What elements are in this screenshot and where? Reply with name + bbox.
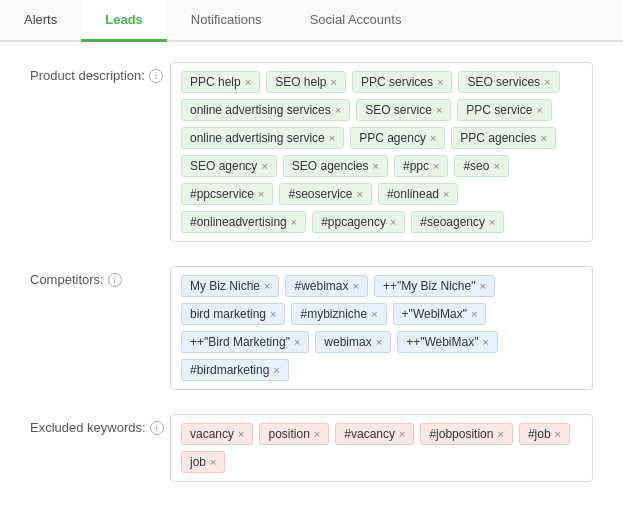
tag-label: SEO services [467, 75, 540, 89]
tag-label: SEO agency [190, 159, 257, 173]
tag-label: #ppc [403, 159, 429, 173]
tag-label: #vacancy [344, 427, 395, 441]
tag: ++"Bird Marketing"× [181, 331, 309, 353]
tags-box-product-description: PPC help×SEO help×PPC services×SEO servi… [170, 62, 593, 242]
tag-remove-button[interactable]: × [482, 337, 488, 348]
tag-label: job [190, 455, 206, 469]
tab-social-accounts[interactable]: Social Accounts [286, 0, 426, 42]
tag-remove-button[interactable]: × [329, 133, 335, 144]
tag: #seoagency× [411, 211, 504, 233]
tags-box-competitors: My Biz Niche×#webimax×++"My Biz Niche"×b… [170, 266, 593, 390]
tag-remove-button[interactable]: × [430, 133, 436, 144]
tag-remove-button[interactable]: × [479, 281, 485, 292]
tag-remove-button[interactable]: × [497, 429, 503, 440]
tag: #seoservice× [279, 183, 371, 205]
tag-remove-button[interactable]: × [357, 189, 363, 200]
tag-label: #ppcagency [321, 215, 386, 229]
tag-label: vacancy [190, 427, 234, 441]
tag-label: #mybizniche [300, 307, 367, 321]
tag-remove-button[interactable]: × [399, 429, 405, 440]
tag-label: PPC service [466, 103, 532, 117]
tag-remove-button[interactable]: × [436, 105, 442, 116]
tag-remove-button[interactable]: × [489, 217, 495, 228]
tag: SEO services× [458, 71, 559, 93]
tag-label: SEO service [365, 103, 432, 117]
tag-remove-button[interactable]: × [373, 161, 379, 172]
tag: vacancy× [181, 423, 253, 445]
tag-label: SEO agencies [292, 159, 369, 173]
tag-remove-button[interactable]: × [376, 337, 382, 348]
tag: online advertising services× [181, 99, 350, 121]
tag: PPC agencies× [451, 127, 555, 149]
tag-remove-button[interactable]: × [210, 457, 216, 468]
content-area: Product description:iPPC help×SEO help×P… [0, 42, 623, 521]
section-label-competitors: Competitors:i [30, 266, 170, 287]
tag-remove-button[interactable]: × [471, 309, 477, 320]
tag-remove-button[interactable]: × [264, 281, 270, 292]
tag: ++"My Biz Niche"× [374, 275, 495, 297]
tag-remove-button[interactable]: × [433, 161, 439, 172]
tag-label: ++"WebiMax" [406, 335, 478, 349]
tag-label: position [268, 427, 309, 441]
tag: job× [181, 451, 225, 473]
tag-label: PPC agency [359, 131, 426, 145]
tag-label: bird marketing [190, 307, 266, 321]
tag: #birdmarketing× [181, 359, 289, 381]
tag-remove-button[interactable]: × [443, 189, 449, 200]
tag: #vacancy× [335, 423, 414, 445]
info-icon-excluded-keywords[interactable]: i [150, 421, 164, 435]
tag-label: PPC help [190, 75, 241, 89]
tag-remove-button[interactable]: × [294, 337, 300, 348]
tag: bird marketing× [181, 303, 285, 325]
tag: #mybizniche× [291, 303, 386, 325]
tab-notifications[interactable]: Notifications [167, 0, 286, 42]
tag: My Biz Niche× [181, 275, 279, 297]
tag-remove-button[interactable]: × [555, 429, 561, 440]
tag-remove-button[interactable]: × [540, 133, 546, 144]
tag-remove-button[interactable]: × [544, 77, 550, 88]
tag-label: online advertising service [190, 131, 325, 145]
tag-remove-button[interactable]: × [273, 365, 279, 376]
tag: #onlineadvertising× [181, 211, 306, 233]
tag-label: #birdmarketing [190, 363, 269, 377]
section-label-excluded-keywords: Excluded keywords:i [30, 414, 170, 435]
tag: SEO help× [266, 71, 346, 93]
tag-label: webimax [324, 335, 371, 349]
tag-remove-button[interactable]: × [437, 77, 443, 88]
tag: PPC help× [181, 71, 260, 93]
tag-remove-button[interactable]: × [352, 281, 358, 292]
tab-leads[interactable]: Leads [81, 0, 167, 42]
tag-remove-button[interactable]: × [238, 429, 244, 440]
tag-remove-button[interactable]: × [335, 105, 341, 116]
tag-remove-button[interactable]: × [258, 189, 264, 200]
section-excluded-keywords: Excluded keywords:ivacancy×position×#vac… [30, 414, 593, 482]
tag-remove-button[interactable]: × [390, 217, 396, 228]
info-icon-competitors[interactable]: i [108, 273, 122, 287]
tag: webimax× [315, 331, 391, 353]
tag-label: #seo [463, 159, 489, 173]
tag-remove-button[interactable]: × [245, 77, 251, 88]
tag-remove-button[interactable]: × [261, 161, 267, 172]
info-icon-product-description[interactable]: i [149, 69, 163, 83]
tag-label: #job [528, 427, 551, 441]
tag: position× [259, 423, 329, 445]
tag-label: PPC agencies [460, 131, 536, 145]
tag: SEO service× [356, 99, 451, 121]
tag-remove-button[interactable]: × [291, 217, 297, 228]
tag-remove-button[interactable]: × [493, 161, 499, 172]
tag: #jobposition× [420, 423, 513, 445]
tag: PPC service× [457, 99, 551, 121]
tag-label: #onlinead [387, 187, 439, 201]
tag-remove-button[interactable]: × [331, 77, 337, 88]
tag-label: online advertising services [190, 103, 331, 117]
tag-remove-button[interactable]: × [270, 309, 276, 320]
tab-alerts[interactable]: Alerts [0, 0, 81, 42]
tag-label: SEO help [275, 75, 326, 89]
tag-remove-button[interactable]: × [371, 309, 377, 320]
tag-remove-button[interactable]: × [536, 105, 542, 116]
tag-label: #webimax [294, 279, 348, 293]
tag-label: #seoagency [420, 215, 485, 229]
tag: +"WebiMax"× [393, 303, 487, 325]
tag: PPC agency× [350, 127, 445, 149]
tag-remove-button[interactable]: × [314, 429, 320, 440]
